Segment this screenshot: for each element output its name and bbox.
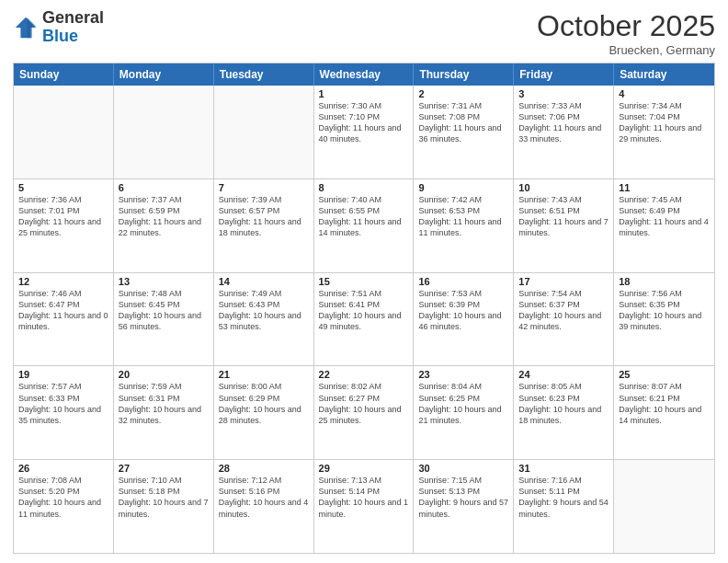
calendar-cell: 22Sunrise: 8:02 AM Sunset: 6:27 PM Dayli…: [314, 366, 415, 459]
day-info: Sunrise: 7:31 AM Sunset: 7:08 PM Dayligh…: [418, 100, 508, 145]
header: General Blue October 2025 Bruecken, Germ…: [13, 9, 715, 57]
day-info: Sunrise: 7:15 AM Sunset: 5:13 PM Dayligh…: [418, 475, 508, 520]
day-info: Sunrise: 8:00 AM Sunset: 6:29 PM Dayligh…: [219, 381, 309, 426]
calendar-cell: 27Sunrise: 7:10 AM Sunset: 5:18 PM Dayli…: [114, 460, 214, 553]
day-number: 24: [518, 369, 609, 380]
day-number: 23: [418, 369, 508, 380]
day-info: Sunrise: 7:39 AM Sunset: 6:57 PM Dayligh…: [219, 194, 309, 239]
month-title: October 2025: [537, 9, 715, 43]
day-number: 14: [219, 276, 309, 287]
day-info: Sunrise: 7:56 AM Sunset: 6:35 PM Dayligh…: [619, 288, 710, 333]
day-number: 5: [18, 182, 108, 193]
logo: General Blue: [13, 9, 104, 46]
calendar-cell: 29Sunrise: 7:13 AM Sunset: 5:14 PM Dayli…: [314, 460, 415, 553]
title-area: October 2025 Bruecken, Germany: [537, 9, 715, 57]
calendar-header: Sunday Monday Tuesday Wednesday Thursday…: [14, 63, 714, 86]
day-number: 28: [219, 463, 309, 474]
day-number: 22: [319, 369, 409, 380]
day-info: Sunrise: 7:43 AM Sunset: 6:51 PM Dayligh…: [518, 194, 609, 239]
day-number: 9: [418, 182, 508, 193]
day-info: Sunrise: 7:59 AM Sunset: 6:31 PM Dayligh…: [119, 381, 209, 426]
day-number: 17: [518, 276, 609, 287]
day-number: 31: [518, 463, 609, 474]
calendar-cell: [14, 86, 114, 178]
calendar-cell: 4Sunrise: 7:34 AM Sunset: 7:04 PM Daylig…: [614, 86, 714, 178]
calendar-cell: 7Sunrise: 7:39 AM Sunset: 6:57 PM Daylig…: [214, 179, 314, 272]
day-info: Sunrise: 7:36 AM Sunset: 7:01 PM Dayligh…: [18, 194, 108, 239]
calendar-cell: [214, 86, 314, 178]
calendar-cell: 17Sunrise: 7:54 AM Sunset: 6:37 PM Dayli…: [514, 273, 614, 366]
day-info: Sunrise: 7:13 AM Sunset: 5:14 PM Dayligh…: [319, 475, 409, 520]
day-number: 27: [119, 463, 209, 474]
day-info: Sunrise: 7:46 AM Sunset: 6:47 PM Dayligh…: [18, 288, 108, 333]
calendar-cell: 2Sunrise: 7:31 AM Sunset: 7:08 PM Daylig…: [414, 86, 514, 178]
day-number: 21: [219, 369, 309, 380]
day-number: 12: [18, 276, 108, 287]
day-number: 11: [619, 182, 710, 193]
calendar-cell: 30Sunrise: 7:15 AM Sunset: 5:13 PM Dayli…: [414, 460, 514, 553]
day-info: Sunrise: 7:34 AM Sunset: 7:04 PM Dayligh…: [619, 100, 710, 145]
day-number: 15: [319, 276, 409, 287]
day-info: Sunrise: 7:37 AM Sunset: 6:59 PM Dayligh…: [119, 194, 209, 239]
calendar-cell: 10Sunrise: 7:43 AM Sunset: 6:51 PM Dayli…: [514, 179, 614, 272]
day-number: 10: [518, 182, 609, 193]
calendar-cell: 28Sunrise: 7:12 AM Sunset: 5:16 PM Dayli…: [214, 460, 314, 553]
day-info: Sunrise: 7:48 AM Sunset: 6:45 PM Dayligh…: [119, 288, 209, 333]
day-info: Sunrise: 7:53 AM Sunset: 6:39 PM Dayligh…: [418, 288, 508, 333]
calendar-cell: 23Sunrise: 8:04 AM Sunset: 6:25 PM Dayli…: [414, 366, 514, 459]
calendar-cell: 19Sunrise: 7:57 AM Sunset: 6:33 PM Dayli…: [14, 366, 114, 459]
day-number: 18: [619, 276, 710, 287]
day-number: 16: [418, 276, 508, 287]
calendar-row-1: 1Sunrise: 7:30 AM Sunset: 7:10 PM Daylig…: [14, 86, 714, 178]
calendar-cell: 25Sunrise: 8:07 AM Sunset: 6:21 PM Dayli…: [614, 366, 714, 459]
calendar-cell: 14Sunrise: 7:49 AM Sunset: 6:43 PM Dayli…: [214, 273, 314, 366]
logo-text: General Blue: [42, 9, 104, 46]
calendar-cell: 31Sunrise: 7:16 AM Sunset: 5:11 PM Dayli…: [514, 460, 614, 553]
day-info: Sunrise: 8:04 AM Sunset: 6:25 PM Dayligh…: [418, 381, 508, 426]
day-info: Sunrise: 7:10 AM Sunset: 5:18 PM Dayligh…: [119, 475, 209, 520]
header-saturday: Saturday: [614, 63, 714, 86]
calendar-cell: 5Sunrise: 7:36 AM Sunset: 7:01 PM Daylig…: [14, 179, 114, 272]
calendar-row-4: 19Sunrise: 7:57 AM Sunset: 6:33 PM Dayli…: [14, 365, 714, 459]
day-number: 8: [319, 182, 409, 193]
calendar-cell: [114, 86, 214, 178]
page: General Blue October 2025 Bruecken, Germ…: [0, 0, 728, 563]
calendar: Sunday Monday Tuesday Wednesday Thursday…: [13, 63, 715, 554]
calendar-cell: 16Sunrise: 7:53 AM Sunset: 6:39 PM Dayli…: [414, 273, 514, 366]
logo-general: General: [42, 8, 104, 27]
day-number: 20: [119, 369, 209, 380]
day-info: Sunrise: 7:45 AM Sunset: 6:49 PM Dayligh…: [619, 194, 710, 239]
day-number: 2: [418, 88, 508, 99]
calendar-row-3: 12Sunrise: 7:46 AM Sunset: 6:47 PM Dayli…: [14, 272, 714, 366]
calendar-cell: 24Sunrise: 8:05 AM Sunset: 6:23 PM Dayli…: [514, 366, 614, 459]
calendar-cell: [614, 460, 714, 553]
calendar-cell: 12Sunrise: 7:46 AM Sunset: 6:47 PM Dayli…: [14, 273, 114, 366]
day-info: Sunrise: 7:12 AM Sunset: 5:16 PM Dayligh…: [219, 475, 309, 520]
logo-blue: Blue: [42, 27, 78, 45]
calendar-cell: 1Sunrise: 7:30 AM Sunset: 7:10 PM Daylig…: [314, 86, 415, 178]
calendar-body: 1Sunrise: 7:30 AM Sunset: 7:10 PM Daylig…: [14, 86, 714, 553]
day-number: 29: [319, 463, 409, 474]
calendar-cell: 6Sunrise: 7:37 AM Sunset: 6:59 PM Daylig…: [114, 179, 214, 272]
day-info: Sunrise: 7:51 AM Sunset: 6:41 PM Dayligh…: [319, 288, 409, 333]
logo-icon: [13, 15, 39, 40]
calendar-cell: 18Sunrise: 7:56 AM Sunset: 6:35 PM Dayli…: [614, 273, 714, 366]
day-info: Sunrise: 7:16 AM Sunset: 5:11 PM Dayligh…: [518, 475, 609, 520]
day-number: 6: [119, 182, 209, 193]
day-number: 26: [18, 463, 108, 474]
header-monday: Monday: [114, 63, 214, 86]
calendar-cell: 15Sunrise: 7:51 AM Sunset: 6:41 PM Dayli…: [314, 273, 415, 366]
calendar-row-2: 5Sunrise: 7:36 AM Sunset: 7:01 PM Daylig…: [14, 178, 714, 272]
calendar-cell: 13Sunrise: 7:48 AM Sunset: 6:45 PM Dayli…: [114, 273, 214, 366]
header-thursday: Thursday: [414, 63, 514, 86]
svg-marker-0: [16, 17, 36, 38]
day-info: Sunrise: 7:54 AM Sunset: 6:37 PM Dayligh…: [518, 288, 609, 333]
header-sunday: Sunday: [14, 63, 114, 86]
header-friday: Friday: [514, 63, 614, 86]
calendar-cell: 8Sunrise: 7:40 AM Sunset: 6:55 PM Daylig…: [314, 179, 415, 272]
calendar-cell: 3Sunrise: 7:33 AM Sunset: 7:06 PM Daylig…: [514, 86, 614, 178]
day-number: 1: [319, 88, 409, 99]
day-info: Sunrise: 7:40 AM Sunset: 6:55 PM Dayligh…: [319, 194, 409, 239]
day-number: 25: [619, 369, 710, 380]
calendar-cell: 21Sunrise: 8:00 AM Sunset: 6:29 PM Dayli…: [214, 366, 314, 459]
